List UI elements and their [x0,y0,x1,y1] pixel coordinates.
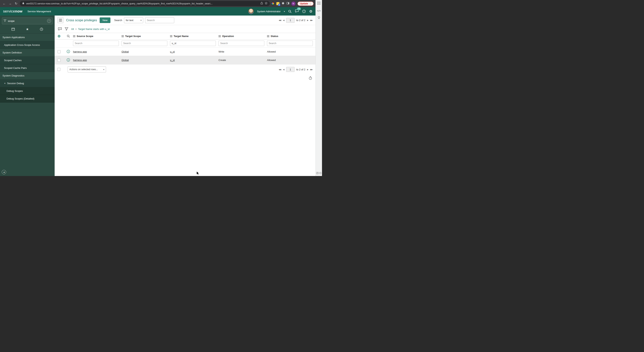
status-value: Allowed [267,50,276,53]
sidebar-item-application-cross-scope-access[interactable]: Application Cross-Scope Access [0,41,55,49]
last-page-button[interactable]: ▶▶ [310,68,313,70]
filter-icon[interactable] [65,28,68,30]
browser-update-button[interactable]: Update ⋮ [298,2,314,6]
browser-reload-button[interactable]: ↻ [14,2,18,5]
breadcrumb-all-link[interactable]: All [71,28,74,30]
table-cell: Global [122,48,170,56]
record-info-icon[interactable] [66,58,70,62]
sidebar-item-session-debug[interactable]: ▼ Session Debug [0,80,55,87]
next-page-button[interactable]: ▶ [307,19,308,21]
page-number-input[interactable]: 1 [286,18,294,23]
select-all-checkbox[interactable] [57,68,60,71]
row-checkbox[interactable] [58,50,60,53]
list-activity-icon[interactable] [58,27,62,31]
pagination-range-text: to 2 of 2 [296,68,305,71]
first-page-button[interactable]: ◀◀ [279,19,281,21]
global-search-icon[interactable] [288,10,292,13]
first-page-button[interactable]: ◀◀ [279,68,281,70]
column-filter-status[interactable] [267,41,313,46]
column-header-status[interactable]: Status [267,33,316,40]
column-label: Status [271,35,278,38]
scroll-corner-icon[interactable] [316,172,318,175]
bento-grid-icon[interactable] [318,2,320,5]
sidebar-item-debug-scopes-detailed[interactable]: Debug Scopes (Detailed) [0,95,55,102]
conversations-icon[interactable]: 75 [295,9,299,14]
record-info-icon[interactable] [66,50,70,54]
update-label: Update [300,2,308,5]
list-search-input[interactable] [145,18,174,23]
target-name-link[interactable]: u_st [170,59,175,62]
column-filter-source-scope[interactable] [73,41,119,46]
column-header-target-scope[interactable]: Target Scope [122,33,170,40]
source-scope-link[interactable]: harness-app [73,59,87,62]
column-search-toggle-icon[interactable] [64,33,73,40]
sidebar-item-system-definition[interactable]: System Definition [0,49,55,56]
navigator-search-box[interactable]: × [2,18,53,24]
browser-back-button[interactable]: ← [2,2,6,5]
url-text: ven03172.service-now.com/nav_to.do?uri=%… [26,2,259,5]
list-title[interactable]: Cross scope privileges [66,18,97,22]
breadcrumb-condition-link[interactable]: Target Name starts with u_st [78,28,110,30]
list-settings-gear-icon[interactable]: ⚙ [55,33,64,40]
table-cell: Global [122,56,170,64]
sidebar-item-system-diagnostics[interactable]: System Diagnostics [0,72,55,80]
list-context-menu-button[interactable] [57,17,64,23]
expand-caret-icon[interactable]: ▼ [4,82,6,84]
sidebar-item-label: Debug Scopes [6,90,23,92]
source-scope-link[interactable]: harness-app [73,50,87,53]
pagination-range-text: to 2 of 2 [296,19,305,22]
sidebar-item-scoped-caches[interactable]: Scoped Caches [0,56,55,64]
last-page-button[interactable]: ▶▶ [310,19,313,21]
browser-profile-avatar[interactable]: N [291,2,296,6]
browser-forward-button[interactable]: → [8,2,12,5]
target-scope-link[interactable]: Global [122,50,129,53]
user-avatar[interactable] [248,9,254,14]
bookmark-star-icon[interactable] [265,2,268,5]
target-scope-link[interactable]: Global [122,59,129,62]
lightbulb-icon[interactable] [317,16,321,20]
servicenow-logo[interactable]: servicenow [3,9,22,14]
column-header-operation[interactable]: Operation [218,33,267,40]
actions-dropdown[interactable]: Actions on selected rows... ▾ [68,66,106,72]
column-filter-target-scope[interactable] [122,41,167,46]
navigator-filter-input[interactable] [8,20,46,22]
clear-filter-icon[interactable]: × [47,19,51,23]
prev-page-button[interactable]: ◀ [283,19,284,21]
address-bar[interactable]: ven03172.service-now.com/nav_to.do?uri=%… [20,1,270,6]
operation-value: Write [218,50,224,53]
browser-menu-kebab-icon[interactable]: ⋮ [309,2,312,5]
history-tab-icon[interactable] [40,28,43,31]
sidebar-item-label: Scoped Cache Pairs [4,66,27,70]
extension-colorwheel-icon[interactable] [271,2,274,5]
page-number-input[interactable]: 1 [286,67,294,72]
all-applications-tab-icon[interactable] [11,28,15,31]
target-name-link[interactable]: u_st [170,50,175,53]
sidebar-item-debug-scopes[interactable]: Debug Scopes [0,87,55,95]
extensions-puzzle-icon[interactable] [281,2,284,6]
sidebar-item-system-applications[interactable]: System Applications [0,34,55,41]
user-menu-caret-icon[interactable]: ▾ [284,10,285,12]
column-filter-target-name[interactable] [170,41,216,46]
extension-yellow-icon[interactable]: 3 [276,2,280,5]
search-type-select[interactable]: for text ▾ [124,18,143,23]
info-corner-icon[interactable] [319,172,322,175]
code-panel-icon[interactable]: </> [317,10,321,12]
sidebar-item-scoped-cache-pairs[interactable]: Scoped Cache Pairs [0,64,55,72]
side-panel-icon[interactable] [286,2,290,6]
column-filter-operation[interactable] [218,41,264,46]
actions-dropdown-value: Actions on selected rows... [70,68,98,71]
next-page-button[interactable]: ▶ [307,68,308,70]
settings-gear-icon[interactable]: ⚙ [309,10,312,13]
share-icon[interactable] [260,2,263,5]
column-header-source-scope[interactable]: Source Scope [73,33,122,40]
favorites-tab-icon[interactable]: ★ [26,28,29,31]
prev-page-button[interactable]: ◀ [283,68,284,70]
help-icon[interactable]: ? [302,10,306,13]
row-checkbox[interactable] [58,59,60,62]
new-record-button[interactable]: New [100,18,110,23]
collapse-sidebar-button[interactable]: ◀ [2,170,6,174]
user-menu[interactable]: System Administrator [257,10,280,13]
response-time-icon[interactable] [308,76,312,81]
top-pagination: ◀◀ ◀ 1 to 2 of 2 ▶ ▶▶ [279,18,313,23]
column-header-target-name[interactable]: Target Name [170,33,218,40]
